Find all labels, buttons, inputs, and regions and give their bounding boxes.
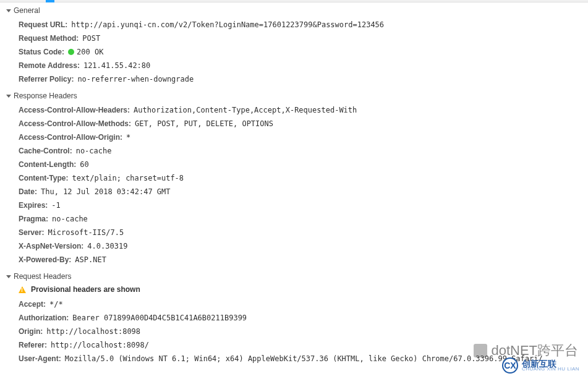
value: no-cache	[76, 145, 112, 156]
row-x-aspnet-version: X-AspNet-Version4.0.30319	[19, 239, 588, 253]
section-body-response-headers: Access-Control-Allow-HeadersAuthorizatio…	[0, 102, 588, 270]
value: 4.0.30319	[87, 241, 127, 252]
row-referer: Refererhttp://localhost:8098/	[19, 338, 588, 352]
label-request-method: Request Method	[19, 33, 79, 44]
row-authorization: AuthorizationBearer 071899A00D4D4C5B1C41…	[19, 311, 588, 325]
label: Cache-Control	[19, 145, 72, 156]
row-x-powered-by: X-Powered-ByASP.NET	[19, 253, 588, 267]
label: Date	[19, 186, 37, 197]
row-pragma: Pragmano-cache	[19, 212, 588, 226]
label: Authorization	[19, 312, 69, 323]
value: *	[126, 132, 130, 143]
value: 60	[80, 159, 88, 170]
label: Content-Type	[19, 173, 68, 184]
label: Content-Length	[19, 159, 76, 170]
value: Thu, 12 Jul 2018 03:42:47 GMT	[41, 186, 171, 197]
value-status-code: 200 OK	[68, 46, 103, 58]
label: Pragma	[19, 213, 48, 224]
devtools-tab-strip	[0, 0, 588, 2]
chevron-down-icon	[6, 95, 11, 98]
value: Bearer 071899A00D4D4C5B1C41A6B0211B9399	[72, 312, 247, 323]
row-accept: Accept*/*	[19, 297, 588, 311]
label: Access-Control-Allow-Methods	[19, 118, 131, 129]
label-referrer-policy: Referrer Policy	[19, 74, 74, 85]
row-cache-control: Cache-Controlno-cache	[19, 144, 588, 158]
warning-icon	[19, 286, 26, 293]
status-code-text: 200 OK	[77, 48, 103, 56]
label: X-Powered-By	[19, 254, 71, 265]
row-content-length: Content-Length60	[19, 158, 588, 171]
label: Origin	[19, 326, 43, 337]
label: Accept	[19, 299, 46, 310]
value: -1	[51, 200, 60, 211]
row-origin: Originhttp://localhost:8098	[19, 325, 588, 338]
label: Server	[19, 227, 44, 238]
value: no-cache	[52, 213, 88, 224]
row-content-type: Content-Typetext/plain; charset=utf-8	[19, 171, 588, 185]
warning-text: Provisional headers are shown	[31, 285, 140, 294]
label-request-url: Request URL	[19, 19, 67, 30]
row-acam: Access-Control-Allow-MethodsGET, POST, P…	[19, 117, 588, 130]
value: Microsoft-IIS/7.5	[48, 227, 124, 238]
section-body-general: Request URL http://api.yunqi-cn.com/v2/T…	[0, 17, 588, 90]
status-ok-icon	[68, 49, 74, 55]
row-expires: Expires-1	[19, 199, 588, 212]
section-title-request-headers: Request Headers	[14, 272, 71, 281]
value: Authorization,Content-Type,Accept,X-Requ…	[134, 105, 357, 116]
label: User-Agent	[19, 353, 61, 364]
row-acah: Access-Control-Allow-HeadersAuthorizatio…	[19, 103, 588, 117]
value: GET, POST, PUT, DELETE, OPTIONS	[135, 118, 273, 129]
row-referrer-policy: Referrer Policy no-referrer-when-downgra…	[19, 72, 588, 86]
value: http://localhost:8098	[46, 326, 140, 337]
section-title-general: General	[14, 6, 40, 15]
label: X-AspNet-Version	[19, 241, 83, 252]
row-request-url: Request URL http://api.yunqi-cn.com/v2/T…	[19, 18, 588, 32]
headers-panel: General Request URL http://api.yunqi-cn.…	[0, 2, 588, 373]
section-title-response-headers: Response Headers	[14, 92, 77, 100]
label: Access-Control-Allow-Origin	[19, 132, 122, 143]
section-body-request-headers: Provisional headers are shown Accept*/* …	[0, 283, 588, 369]
value-request-method: POST	[82, 33, 100, 44]
value-remote-address: 121.41.55.42:80	[83, 60, 150, 71]
section-toggle-response-headers[interactable]: Response Headers	[0, 90, 588, 102]
section-toggle-request-headers[interactable]: Request Headers	[0, 270, 588, 283]
label: Access-Control-Allow-Headers	[19, 105, 130, 116]
chevron-down-icon	[6, 9, 11, 12]
value: http://localhost:8098/	[51, 340, 149, 351]
row-remote-address: Remote Address 121.41.55.42:80	[19, 59, 588, 72]
value: ASP.NET	[75, 254, 106, 265]
label: Referer	[19, 340, 47, 351]
value-request-url: http://api.yunqi-cn.com/v2/Token?LoginNa…	[71, 19, 384, 30]
label: Expires	[19, 200, 48, 211]
row-acao: Access-Control-Allow-Origin*	[19, 130, 588, 144]
label-remote-address: Remote Address	[19, 60, 80, 71]
row-status-code: Status Code 200 OK	[19, 45, 588, 59]
row-user-agent: User-AgentMozilla/5.0 (Windows NT 6.1; W…	[19, 352, 588, 365]
value: text/plain; charset=utf-8	[72, 173, 184, 184]
label-status-code: Status Code	[19, 46, 64, 58]
value: */*	[49, 299, 63, 310]
chevron-down-icon	[6, 275, 11, 278]
row-date: DateThu, 12 Jul 2018 03:42:47 GMT	[19, 185, 588, 199]
row-request-method: Request Method POST	[19, 32, 588, 45]
provisional-headers-warning: Provisional headers are shown	[19, 284, 588, 297]
section-toggle-general[interactable]: General	[0, 2, 588, 17]
value-referrer-policy: no-referrer-when-downgrade	[77, 74, 194, 85]
row-server: ServerMicrosoft-IIS/7.5	[19, 226, 588, 239]
value: Mozilla/5.0 (Windows NT 6.1; Win64; x64)…	[65, 353, 543, 364]
active-tab-indicator	[46, 0, 54, 2]
